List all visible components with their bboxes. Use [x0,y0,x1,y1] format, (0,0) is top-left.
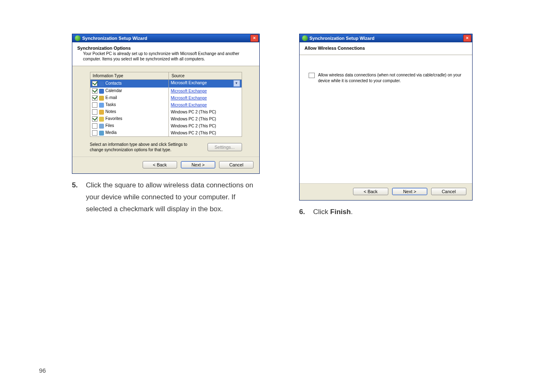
sync-item-checkbox[interactable] [92,116,97,122]
type-icon [99,89,104,94]
sync-item-checkbox[interactable] [92,109,97,115]
type-icon [99,110,104,115]
app-icon [302,35,308,41]
chevron-down-icon[interactable]: ▾ [233,80,240,87]
allow-wireless-dialog: Synchronization Setup Wizard × Allow Wir… [299,34,473,201]
type-icon [99,81,104,86]
step-5: 5. Click the square to allow wireless da… [72,180,260,215]
source-label[interactable]: Microsoft Exchange [171,89,207,93]
col-source: Source [169,72,242,80]
next-button[interactable]: Next > [181,161,215,168]
sync-options-dialog: Synchronization Setup Wizard × Synchroni… [72,34,260,174]
step-number: 5. [72,180,86,215]
table-row[interactable]: CalendarMicrosoft Exchange [90,88,242,95]
type-label: Favorites [106,116,122,121]
type-icon [99,117,104,122]
cancel-button[interactable]: Cancel [219,161,254,168]
back-button[interactable]: < Back [353,188,388,195]
table-row[interactable]: MediaWindows PC 2 (This PC) [90,129,242,137]
settings-hint: Select an information type above and cli… [90,142,197,152]
page-number: 96 [39,367,46,374]
table-row[interactable]: ContactsMicrosoft Exchange▾ [90,80,242,88]
step-text: Click the square to allow wireless data … [86,180,260,215]
table-row[interactable]: TasksMicrosoft Exchange [90,101,242,108]
sync-item-checkbox[interactable] [92,123,97,129]
window-title: Synchronization Setup Wizard [82,36,250,41]
type-icon [99,124,104,129]
source-label[interactable]: Microsoft Exchange [171,103,207,107]
type-label: Contacts [106,81,122,85]
table-row[interactable]: E-mailMicrosoft Exchange [90,95,242,101]
header-title: Synchronization Options [77,46,254,51]
type-label: Files [106,123,114,128]
source-label[interactable]: Microsoft Exchange [171,96,207,100]
type-label: Tasks [106,102,116,107]
titlebar: Synchronization Setup Wizard × [72,34,259,42]
sync-items-table: Information Type Source ContactsMicrosof… [90,72,242,137]
cancel-button[interactable]: Cancel [431,188,466,195]
wizard-buttons: < Back Next > Cancel [72,157,259,173]
type-icon [99,96,104,101]
close-icon[interactable]: × [463,35,471,42]
header-subtitle: Your Pocket PC is already set up to sync… [83,51,254,62]
app-icon [75,35,81,41]
dialog-header: Allow Wireless Connections [300,42,472,55]
source-label: Windows PC 2 (This PC) [171,110,216,114]
dialog-header: Synchronization Options Your Pocket PC i… [72,42,259,66]
source-label: Windows PC 2 (This PC) [171,124,216,128]
step6-bold: Finish [330,208,351,216]
source-label: Windows PC 2 (This PC) [171,131,216,135]
wizard-buttons: < Back Next > Cancel [300,183,472,200]
settings-button[interactable]: Settings... [208,143,242,151]
col-info-type: Information Type [90,72,169,80]
next-button[interactable]: Next > [392,188,427,195]
source-label[interactable]: Microsoft Exchange [171,81,207,85]
sync-item-checkbox[interactable] [92,102,97,108]
allow-wireless-checkbox[interactable] [309,73,315,78]
sync-item-checkbox[interactable] [92,95,97,101]
close-icon[interactable]: × [250,35,258,42]
step-number: 6. [299,206,313,218]
window-title: Synchronization Setup Wizard [309,36,463,41]
source-label: Windows PC 2 (This PC) [171,117,216,121]
back-button[interactable]: < Back [143,161,177,168]
step6-prefix: Click [313,208,330,216]
type-label: E-mail [106,95,117,100]
header-title: Allow Wireless Connections [304,46,467,51]
allow-wireless-label: Allow wireless data connections (when no… [318,72,465,83]
titlebar: Synchronization Setup Wizard × [300,34,472,42]
type-label: Media [106,130,117,135]
type-label: Notes [106,109,116,114]
type-label: Calendar [106,88,122,93]
table-row[interactable]: FilesWindows PC 2 (This PC) [90,122,242,129]
type-icon [99,131,104,136]
step-6: 6. Click Finish. [299,206,477,218]
sync-item-checkbox[interactable] [92,81,97,86]
table-row[interactable]: FavoritesWindows PC 2 (This PC) [90,115,242,122]
sync-item-checkbox[interactable] [92,88,97,94]
sync-item-checkbox[interactable] [92,130,97,136]
step-text: Click Finish. [313,206,477,218]
type-icon [99,103,104,108]
step6-suffix: . [351,208,353,216]
table-row[interactable]: NotesWindows PC 2 (This PC) [90,108,242,115]
